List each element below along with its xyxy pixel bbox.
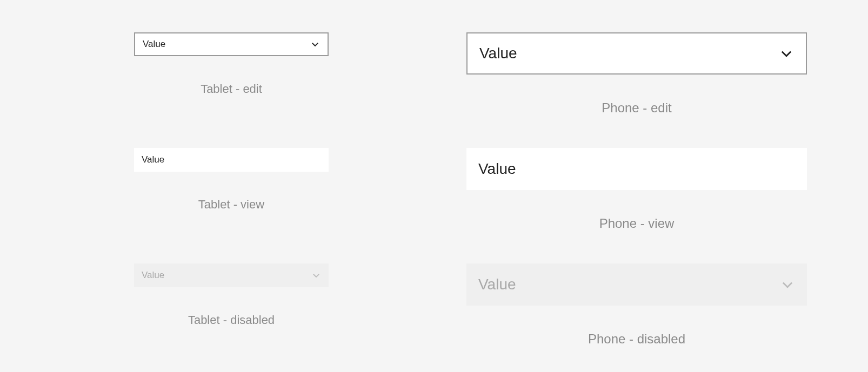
phone-disabled-cell: Value Phone - disabled [461, 263, 812, 347]
tablet-disabled-cell: Value Tablet - disabled [56, 263, 407, 347]
tablet-edit-cell: Value Tablet - edit [56, 32, 407, 116]
caption-phone-edit: Phone - edit [602, 100, 671, 116]
dropdown-phone-disabled: Value [466, 263, 807, 306]
dropdown-phone-edit[interactable]: Value [466, 32, 807, 75]
dropdown-value: Value [142, 270, 164, 281]
chevron-down-icon [780, 277, 795, 292]
caption-tablet-edit: Tablet - edit [201, 82, 262, 96]
tablet-view-cell: Value Tablet - view [56, 148, 407, 231]
dropdown-value: Value [478, 160, 516, 178]
dropdown-value: Value [478, 276, 516, 293]
dropdown-value: Value [479, 45, 517, 62]
chevron-down-icon [310, 39, 320, 49]
caption-phone-disabled: Phone - disabled [588, 332, 685, 347]
dropdown-tablet-view: Value [134, 148, 329, 172]
chevron-down-icon [779, 46, 794, 61]
caption-tablet-disabled: Tablet - disabled [188, 313, 275, 327]
dropdown-value: Value [143, 39, 165, 50]
dropdown-value: Value [142, 154, 164, 165]
phone-edit-cell: Value Phone - edit [461, 32, 812, 116]
phone-view-cell: Value Phone - view [461, 148, 812, 231]
dropdown-tablet-disabled: Value [134, 263, 329, 287]
dropdown-states-grid: Value Tablet - edit Value Phone - edit V… [56, 32, 812, 347]
dropdown-phone-view: Value [466, 148, 807, 190]
chevron-down-icon [311, 270, 321, 280]
caption-tablet-view: Tablet - view [198, 198, 264, 212]
dropdown-tablet-edit[interactable]: Value [134, 32, 329, 56]
caption-phone-view: Phone - view [599, 216, 675, 231]
